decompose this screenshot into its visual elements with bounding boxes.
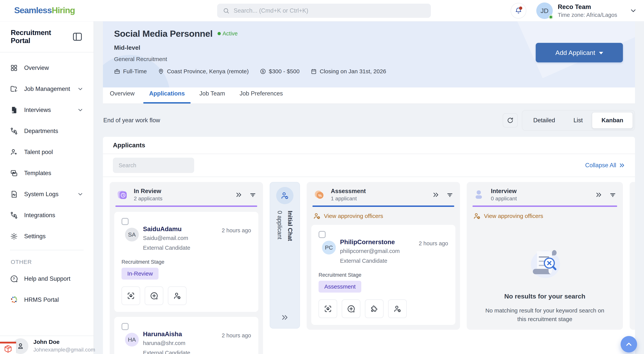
sidebar-item-label: Help and Support [24, 275, 70, 282]
svg-text:$: $ [262, 70, 264, 73]
applicants-search-input[interactable] [113, 158, 194, 173]
collapse-column-icon[interactable] [595, 191, 602, 198]
sidebar-item-interviews[interactable]: Interviews [0, 100, 94, 121]
job-salary: $ $300 - $500 [260, 68, 300, 75]
view-approving-officers-link[interactable]: View approving officers [473, 212, 616, 220]
filter-icon[interactable] [609, 191, 616, 198]
sidebar-item-label: System Logs [24, 191, 58, 198]
applicant-checkbox[interactable] [122, 218, 128, 225]
brand-part-1: Seamless [14, 5, 52, 15]
collapse-all-button[interactable]: Collapse All [585, 162, 625, 169]
global-search[interactable] [217, 4, 431, 18]
applicant-card-philipcornerstone[interactable]: PC PhilipCornerstone philipcorner@gmail.… [311, 225, 456, 325]
view-approving-officers-link[interactable]: View approving officers [313, 212, 454, 220]
tab-job-team[interactable]: Job Team [194, 90, 231, 104]
sidebar-item-label: Departments [24, 128, 58, 135]
expand-column-icon[interactable] [281, 314, 289, 321]
sidebar-item-system-logs[interactable]: System Logs [0, 184, 94, 205]
tab-job-preferences[interactable]: Job Preferences [234, 90, 289, 104]
collapse-column-icon[interactable] [432, 191, 439, 198]
chevron-down-icon[interactable] [630, 7, 637, 14]
sidebar-item-talent-pool[interactable]: Talent pool [0, 142, 94, 163]
user-initials: JD [540, 7, 548, 14]
brand-logo[interactable]: SeamlessHiring [14, 5, 75, 15]
user-menu[interactable]: JD Reco Team Time zone: Africa/Lagos [536, 2, 637, 19]
refresh-button[interactable] [503, 113, 518, 127]
view-detailed[interactable]: Detailed [524, 112, 564, 129]
assign-officer-button[interactable] [168, 286, 186, 305]
chevron-down-icon [77, 107, 84, 113]
tab-overview[interactable]: Overview [104, 90, 140, 104]
add-comment-button[interactable] [145, 286, 163, 305]
view-list[interactable]: List [564, 112, 592, 129]
applicant-email: haruna@shr.com [143, 340, 190, 346]
column-accent-bar [312, 205, 454, 207]
review-resume-button[interactable] [318, 300, 337, 318]
sidebar-item-departments[interactable]: Departments [0, 121, 94, 142]
sidebar-item-settings[interactable]: Settings [0, 226, 94, 247]
sidebar-item-hrms-portal[interactable]: HRMS Portal [0, 289, 94, 310]
laravel-icon [4, 345, 12, 353]
sidebar-item-job-management[interactable]: Job Management [0, 78, 94, 100]
online-status-dot [548, 15, 553, 19]
tab-applications[interactable]: Applications [143, 90, 190, 104]
review-resume-button[interactable] [122, 286, 140, 305]
sidebar-item-label: Job Management [24, 86, 70, 92]
view-kanban[interactable]: Kanban [592, 112, 633, 129]
sidebar-item-label: Templates [24, 170, 51, 177]
map-pin-icon [158, 68, 164, 74]
filter-icon[interactable] [249, 191, 256, 198]
sidebar-item-help-support[interactable]: ? Help and Support [0, 268, 94, 289]
sidebar-item-label: Overview [24, 64, 49, 71]
sidebar: Recruitment Portal Overview Job Manageme… [0, 21, 94, 354]
empty-state-title: No results for your search [504, 293, 585, 300]
person-clock-icon [313, 212, 321, 220]
notifications-button[interactable] [510, 3, 526, 18]
avatar: PC [322, 241, 336, 254]
caret-down-icon [599, 52, 603, 54]
person-check-icon [393, 305, 402, 313]
column-title: Interview [491, 188, 517, 194]
refresh-icon [506, 117, 514, 124]
profile-info: John Doe Johnexample@gmail.com [33, 338, 95, 353]
sidebar-item-overview[interactable]: Overview [0, 57, 94, 78]
column-count: 1 applicant [331, 196, 366, 201]
applicant-checkbox[interactable] [318, 231, 326, 238]
chat-plus-icon [150, 292, 158, 300]
collapse-column-icon[interactable] [235, 191, 242, 198]
add-applicant-button[interactable]: Add Applicant [536, 43, 623, 62]
hrms-icon [10, 296, 18, 304]
debugbar-toggle[interactable] [0, 342, 16, 354]
applicant-time: 2 hours ago [222, 331, 251, 339]
job-closing-date: Closing on Jan 31st, 2026 [311, 68, 386, 75]
applicant-card-harunaaisha[interactable]: HA HarunaAisha haruna@shr.com External C… [114, 317, 258, 354]
interview-stage-icon [473, 188, 486, 201]
person-check-icon [280, 191, 289, 200]
sidebar-nav: Overview Job Management Interviews Depar… [0, 52, 94, 247]
top-bar: SeamlessHiring JD Reco Team Time zone: A… [0, 0, 644, 21]
no-results-illustration [525, 245, 565, 282]
folder-user-icon [10, 85, 18, 93]
applicant-checkbox[interactable] [122, 323, 128, 330]
gear-icon [10, 232, 18, 240]
kanban-column-interview: Interview 0 applicant View approving off… [467, 182, 623, 330]
logs-icon [10, 190, 18, 198]
applicant-time: 2 hours ago [222, 225, 251, 234]
view-switcher: Detailed List Kanban [522, 110, 635, 131]
assign-officer-button[interactable] [388, 300, 407, 318]
job-meta: Full-Time Coast Province, Kenya (remote)… [114, 68, 624, 75]
profile-email: Johnexample@gmail.com [33, 347, 95, 353]
filter-icon[interactable] [446, 191, 454, 198]
applicant-card-saiduadamu[interactable]: SA SaiduAdamu Saidu@email.com External C… [114, 212, 258, 312]
assessment-button[interactable] [365, 300, 384, 318]
sidebar-item-templates[interactable]: Templates [0, 163, 94, 184]
sidebar-collapse-icon[interactable] [72, 31, 83, 42]
search-icon [223, 7, 230, 14]
applicants-panel: Applicants Collapse All [103, 137, 635, 354]
global-search-input[interactable] [234, 7, 425, 14]
add-comment-button[interactable] [342, 300, 360, 318]
kanban-column-initial-chat-collapsed[interactable]: Initial Chat 0 applicant [270, 182, 300, 329]
scroll-to-top-button[interactable] [620, 336, 637, 353]
profile-name: John Doe [33, 339, 95, 345]
sidebar-item-integrations[interactable]: Integrations [0, 205, 94, 226]
